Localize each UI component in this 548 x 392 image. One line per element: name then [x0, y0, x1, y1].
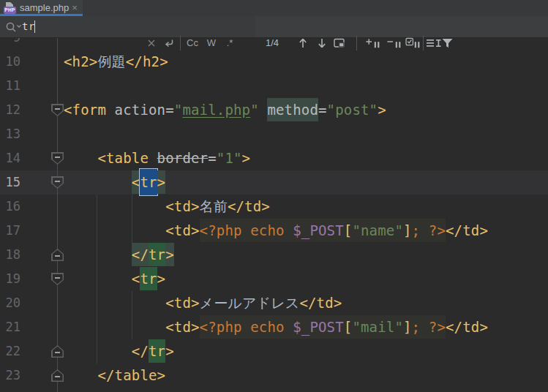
code-line-15[interactable]: 15 <tr> — [0, 170, 548, 195]
tab-sample-php[interactable]: PHP sample.php × — [0, 0, 83, 16]
code-token — [64, 198, 165, 214]
code-text[interactable]: <td>名前</td> — [64, 195, 270, 219]
code-text[interactable]: <form action="mail.php" method="post"> — [64, 98, 386, 122]
code-text[interactable]: </tr> — [64, 243, 174, 267]
newline-icon[interactable] — [163, 37, 175, 49]
fold-shape-fill — [53, 178, 63, 188]
match-counter: 1/4 — [262, 37, 282, 49]
search-match-highlight: tr — [140, 267, 157, 290]
code-token: action — [115, 102, 166, 118]
search-icon[interactable] — [5, 21, 23, 33]
code-text[interactable]: <tr> — [64, 170, 165, 195]
editor-tab-bar: PHP sample.php × — [0, 0, 548, 16]
tag-pair-highlight: method — [267, 98, 318, 121]
code-token — [64, 150, 97, 166]
search-match-highlight: tr — [149, 243, 165, 266]
code-text[interactable]: <td>メールアドレス</td> — [64, 291, 342, 315]
code-line-14[interactable]: 14 <table border="1"> — [0, 146, 548, 170]
code-line-21[interactable]: 21 <td><?php echo $_POST["mail"]; ?></td… — [0, 315, 548, 339]
remove-occurrence-icon[interactable] — [386, 37, 403, 49]
code-token: [ — [344, 315, 353, 339]
code-text[interactable]: <table border="1"> — [64, 146, 250, 170]
code-line-17[interactable]: 17 <td><?php echo $_POST["name"]; ?></td… — [0, 219, 548, 243]
tag-pair-highlight: > — [157, 170, 166, 194]
current-search-match: tr — [140, 169, 157, 195]
code-line-10[interactable]: 10<h2>例題</h2> — [0, 50, 548, 74]
code-text[interactable]: <td><?php echo $_POST["name"]; ?></td> — [64, 219, 488, 243]
fold-marker-end[interactable] — [51, 345, 64, 358]
code-token — [64, 174, 132, 190]
fold-marker-collapse[interactable] — [51, 273, 64, 285]
code-token: ?> — [429, 315, 446, 339]
code-editor[interactable]: 910<h2>例題</h2>1112<form action="mail.php… — [0, 16, 548, 392]
code-token: ] — [403, 315, 412, 339]
fold-marker-end[interactable] — [51, 369, 64, 382]
code-line-18[interactable]: 18 </tr> — [0, 243, 548, 267]
code-text[interactable]: </tr> — [64, 339, 174, 363]
add-occurrence-icon[interactable] — [364, 37, 382, 49]
filter-results-icon[interactable] — [442, 37, 453, 49]
line-number: 23 — [0, 363, 20, 388]
code-token: ; — [412, 315, 429, 339]
code-token: <?php — [200, 315, 251, 339]
code-line-19[interactable]: 19 <tr> — [0, 267, 548, 291]
search-input[interactable]: tr — [0, 16, 255, 37]
code-line-16[interactable]: 16 <td>名前</td> — [0, 195, 548, 219]
tag-pair-highlight: > — [165, 243, 174, 266]
code-token: 例題 — [97, 53, 125, 69]
code-line-12[interactable]: 12<form action="mail.php" method="post"> — [0, 98, 548, 122]
minus-icon — [55, 376, 60, 377]
code-token — [64, 271, 132, 287]
previous-occurrence-icon[interactable] — [299, 37, 307, 49]
line-number: 13 — [0, 122, 20, 146]
multiline-search-icon[interactable] — [427, 37, 442, 49]
code-token — [64, 295, 165, 311]
code-text[interactable]: <td><?php echo $_POST["mail"]; ?></td> — [64, 315, 488, 339]
code-token: <td> — [165, 295, 199, 311]
fold-marker-collapse[interactable] — [51, 152, 64, 165]
toolbar-separator — [180, 36, 181, 50]
fold-marker-collapse[interactable] — [51, 176, 64, 189]
code-line-11[interactable]: 11 — [0, 74, 548, 98]
toolbar-separator — [356, 36, 357, 50]
code-line-23[interactable]: 23 </table> — [0, 363, 548, 388]
code-token: "name" — [352, 219, 403, 242]
fold-marker-end[interactable] — [51, 249, 64, 261]
code-line-20[interactable]: 20 <td>メールアドレス</td> — [0, 291, 548, 315]
code-text[interactable]: <tr> — [64, 267, 165, 291]
whole-words-toggle[interactable]: W — [205, 37, 218, 49]
active-tab-underline — [0, 14, 83, 16]
select-all-occurrences-icon[interactable] — [405, 37, 422, 49]
code-token — [64, 367, 97, 383]
minus-icon — [55, 277, 60, 279]
code-text[interactable]: </table> — [64, 363, 165, 388]
fold-shape-fill — [53, 105, 63, 116]
line-number: 11 — [0, 74, 20, 98]
code-text[interactable]: <h2>例題</h2> — [64, 50, 168, 74]
code-token: <td> — [165, 198, 199, 214]
code-token: > — [157, 271, 166, 287]
line-number: 18 — [0, 243, 20, 267]
code-token: <?php — [200, 219, 251, 242]
code-token: [ — [344, 219, 353, 242]
code-line-22[interactable]: 22 </tr> — [0, 339, 548, 363]
code-token: <td> — [165, 222, 199, 238]
regex-toggle[interactable]: .* — [223, 37, 236, 49]
code-token: メールアドレス — [200, 295, 300, 311]
match-case-toggle[interactable]: Cc — [185, 37, 200, 49]
fold-shape-fill — [53, 154, 63, 164]
next-occurrence-icon[interactable] — [318, 37, 326, 49]
code-line-13[interactable]: 13 — [0, 122, 548, 146]
line-number: 16 — [0, 195, 20, 219]
open-in-find-window-icon[interactable] — [334, 37, 345, 49]
clear-search-icon[interactable] — [146, 37, 157, 49]
code-token — [64, 319, 165, 335]
line-number: 20 — [0, 291, 20, 315]
text-caret — [34, 20, 35, 33]
code-token: </h2> — [126, 53, 168, 69]
php-file-icon: PHP — [4, 2, 16, 14]
fold-shape-fill — [53, 274, 63, 284]
code-token: 名前 — [200, 198, 228, 214]
code-token: " — [174, 102, 183, 118]
fold-marker-collapse[interactable] — [51, 104, 64, 116]
